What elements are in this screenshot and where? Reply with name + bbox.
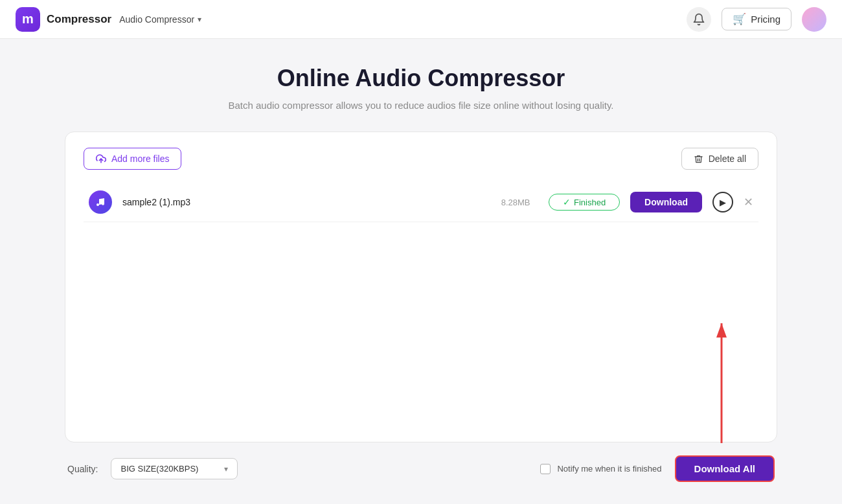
file-type-icon (89, 190, 112, 214)
notification-icon[interactable] (687, 7, 711, 32)
nav-tool-label: Audio Compressor (119, 14, 194, 25)
upload-icon (96, 154, 106, 164)
status-badge: ✓ Finished (549, 194, 620, 211)
app-name: Compressor (47, 13, 111, 26)
download-label: Download (644, 197, 688, 207)
page-subtitle: Batch audio compressor allows you to red… (228, 100, 613, 111)
card-toolbar: Add more files Delete all (84, 148, 758, 170)
notify-checkbox[interactable] (540, 464, 551, 474)
main-content: Online Audio Compressor Batch audio comp… (0, 39, 842, 482)
svg-point-2 (102, 203, 104, 205)
download-all-button[interactable]: Download All (675, 455, 775, 482)
file-size: 8.28MB (493, 198, 538, 207)
status-label: Finished (574, 198, 606, 207)
pricing-button[interactable]: 🛒 Pricing (722, 8, 791, 30)
close-button[interactable]: ✕ (744, 196, 753, 208)
quality-label: Quality: (67, 464, 98, 474)
table-row: sample2 (1).mp3 8.28MB ✓ Finished Downlo… (84, 183, 758, 222)
bottom-bar: Quality: BIG SIZE(320KBPS) ▾ Notify me w… (65, 455, 777, 482)
svg-point-1 (97, 203, 99, 206)
annotation-arrow (699, 323, 744, 466)
avatar[interactable] (802, 7, 826, 32)
logo-icon: m (16, 7, 40, 32)
play-icon: ▶ (720, 198, 726, 207)
delete-all-label: Delete all (709, 154, 746, 164)
quality-value: BIG SIZE(320KBPS) (120, 464, 198, 474)
delete-all-button[interactable]: Delete all (681, 148, 758, 170)
nav-tool-dropdown[interactable]: Audio Compressor ▾ (119, 14, 201, 25)
download-all-label: Download All (694, 463, 755, 474)
chevron-down-icon: ▾ (198, 15, 201, 24)
chevron-down-icon: ▾ (224, 464, 228, 474)
pricing-label: Pricing (751, 14, 780, 25)
add-more-files-button[interactable]: Add more files (84, 148, 181, 170)
download-button[interactable]: Download (630, 192, 702, 212)
play-button[interactable]: ▶ (712, 192, 733, 212)
header-right: 🛒 Pricing (687, 7, 826, 32)
cart-icon: 🛒 (733, 12, 746, 26)
close-icon: ✕ (744, 196, 753, 209)
file-name: sample2 (1).mp3 (122, 197, 483, 207)
trash-icon (694, 154, 703, 164)
page-title: Online Audio Compressor (277, 65, 565, 92)
file-card: Add more files Delete all (65, 132, 777, 442)
svg-marker-4 (716, 323, 727, 338)
add-files-label: Add more files (111, 154, 169, 164)
notify-area: Notify me when it is finished (540, 464, 661, 474)
notify-label: Notify me when it is finished (557, 464, 661, 474)
header: m Compressor Audio Compressor ▾ 🛒 Pricin… (0, 0, 842, 39)
logo-area: m Compressor (16, 7, 111, 32)
quality-select[interactable]: BIG SIZE(320KBPS) ▾ (111, 458, 238, 479)
check-icon: ✓ (563, 197, 571, 207)
